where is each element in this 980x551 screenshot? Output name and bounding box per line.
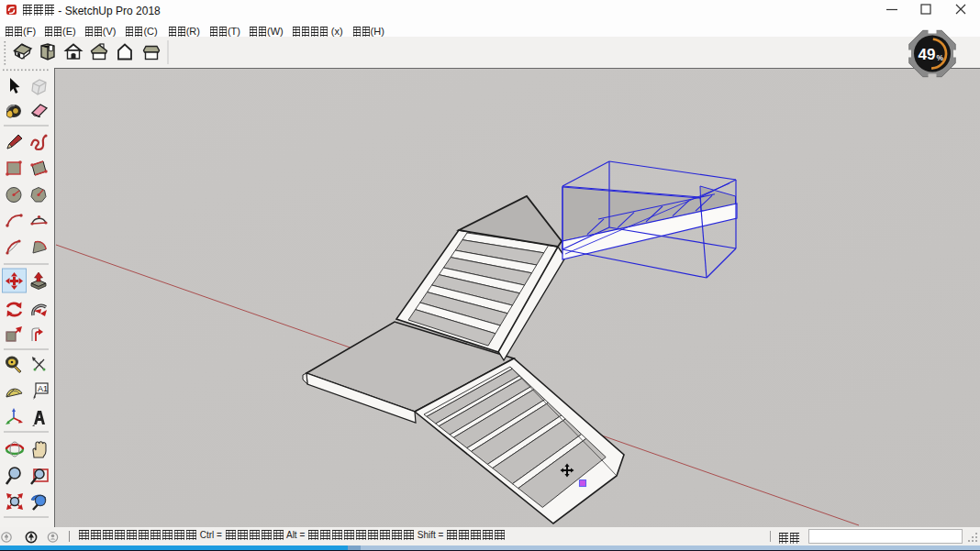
svg-text:A1: A1 xyxy=(38,384,48,393)
svg-text:%: % xyxy=(937,53,944,62)
svg-text:49: 49 xyxy=(919,46,936,63)
